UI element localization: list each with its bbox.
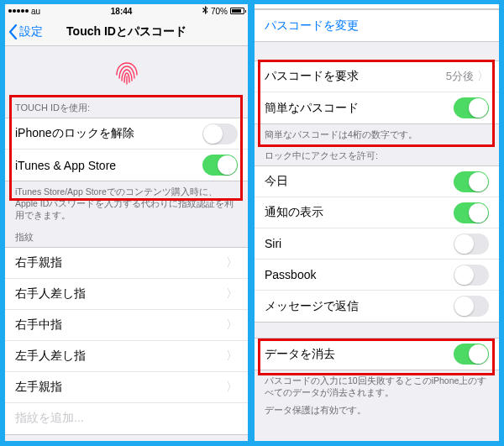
erase-group: データを消去 [255,338,499,370]
erase-footer-1: パスコードの入力に10回失敗するとこのiPhone上のすべてのデータが消去されま… [255,370,499,403]
row-label: 左手親指 [15,380,223,395]
switch-today[interactable] [454,171,489,192]
clock-label: 18:44 [111,7,133,16]
row-reply-message[interactable]: メッセージで返信 [255,291,499,322]
row-label: メッセージで返信 [265,299,454,314]
row-today[interactable]: 今日 [255,166,499,197]
row-passbook[interactable]: Passbook [255,260,499,291]
row-label: 右手人差し指 [15,286,223,302]
battery-icon [230,8,244,14]
row-passcode-change[interactable]: パスコードを変更 [255,10,499,41]
switch-notifications[interactable] [454,202,489,223]
row-unlock-iphone[interactable]: iPhoneのロックを解除 [5,118,248,150]
nav-bar: 設定 Touch IDとパスコード [5,18,248,46]
simple-footer: 簡単なパスコードは4桁の数字です。 [255,124,499,145]
switch-reply-message[interactable] [454,296,489,317]
row-label: パスコードを変更 [265,18,489,34]
switch-unlock-iphone[interactable] [202,123,238,144]
row-label: パスコードを要求 [265,69,446,84]
chevron-right-icon: 〉 [226,380,238,395]
row-require-passcode[interactable]: パスコードを要求 5分後 〉 [255,61,499,92]
row-label: 右手親指 [15,255,223,270]
row-itunes-appstore[interactable]: iTunes & App Store [5,150,248,181]
touchid-group: iPhoneのロックを解除 iTunes & App Store [5,118,248,181]
chevron-right-icon: 〉 [226,286,238,302]
row-label: データを消去 [265,347,454,362]
row-fingerprint[interactable]: 右手中指 〉 [5,310,248,341]
passcode-options-group: パスコードを要求 5分後 〉 簡単なパスコード [255,60,499,124]
row-label: 右手中指 [15,317,223,333]
left-pane: au 18:44 70% 設定 Touch IDとパスコード [5,4,248,441]
row-add-fingerprint[interactable]: 指紋を追加... [5,403,248,434]
row-label: Passbook [265,268,454,281]
row-fingerprint[interactable]: 左手親指 〉 [5,372,248,403]
row-fingerprint[interactable]: 右手人差し指 〉 [5,279,248,310]
carrier-label: au [31,7,40,16]
allow-access-header: ロック中にアクセスを許可: [255,145,499,165]
switch-siri[interactable] [454,233,489,254]
row-label: 指紋を追加... [15,411,238,426]
row-label: 今日 [265,174,454,189]
passcode-change-group: パスコードを変更 [255,9,499,42]
chevron-right-icon: 〉 [226,349,238,364]
row-label: Siri [265,237,454,250]
bluetooth-icon [202,6,208,16]
signal-icon [8,9,29,13]
row-label: 通知の表示 [265,205,454,220]
chevron-left-icon [8,24,18,39]
right-pane: パスコードを変更 パスコードを要求 5分後 〉 簡単なパスコード 簡単なパスコー… [255,4,499,441]
row-label: 左手人差し指 [15,349,223,364]
allow-access-group: 今日 通知の表示 Siri Passbook メッセージで返信 [255,165,499,323]
erase-footer-2: データ保護は有効です。 [255,404,499,421]
fingerprint-hero [5,46,248,97]
row-fingerprint[interactable]: 左手人差し指 〉 [5,341,248,372]
status-bar: au 18:44 70% [5,4,248,18]
chevron-right-icon: 〉 [477,69,489,84]
switch-passbook[interactable] [454,265,489,286]
fingerprints-group: 右手親指 〉 右手人差し指 〉 右手中指 〉 左手人差し指 〉 左手親指 〉 指… [5,247,248,435]
battery-pct: 70% [211,7,228,16]
touchid-footer: iTunes Store/App Storeでのコンテンツ購入時に、Apple … [5,181,248,227]
chevron-right-icon: 〉 [226,317,238,333]
switch-itunes-appstore[interactable] [202,155,238,176]
row-value: 5分後 [446,69,474,84]
chevron-right-icon: 〉 [226,255,238,270]
back-label: 設定 [19,24,43,39]
touchid-header: TOUCH IDを使用: [5,97,248,118]
row-label: 簡単なパスコード [265,101,454,116]
fingerprints-header: 指紋 [5,227,248,247]
row-label: iPhoneのロックを解除 [15,126,202,141]
row-erase-data[interactable]: データを消去 [255,338,499,370]
switch-erase-data[interactable] [454,344,489,365]
row-simple-passcode[interactable]: 簡単なパスコード [255,92,499,123]
back-button[interactable]: 設定 [5,24,43,39]
row-notifications[interactable]: 通知の表示 [255,197,499,228]
fingerprint-icon [110,55,144,88]
row-fingerprint[interactable]: 右手親指 〉 [5,248,248,279]
row-siri[interactable]: Siri [255,228,499,260]
row-label: iTunes & App Store [15,159,202,172]
switch-simple-passcode[interactable] [454,97,489,118]
